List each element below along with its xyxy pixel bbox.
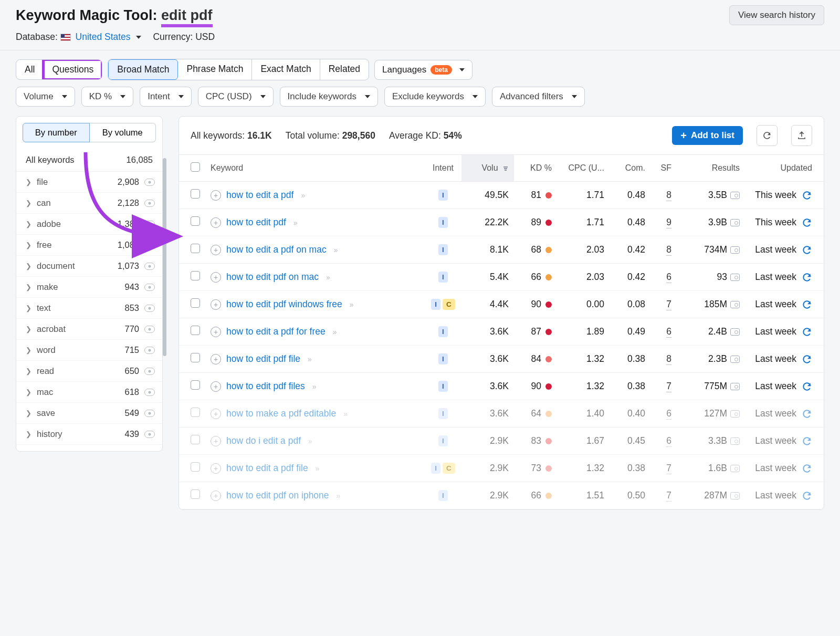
row-checkbox[interactable] — [191, 353, 200, 362]
eye-icon[interactable] — [144, 263, 155, 270]
open-icon[interactable]: » — [334, 246, 337, 254]
keyword-link[interactable]: how to edit a pdf on mac — [226, 244, 327, 255]
col-intent[interactable]: Intent — [425, 155, 461, 182]
sidebar-scrollbar[interactable] — [163, 158, 166, 441]
expand-icon[interactable]: + — [211, 299, 221, 310]
refresh-row-icon[interactable] — [802, 327, 812, 337]
open-icon[interactable]: » — [293, 218, 296, 227]
keyword-link[interactable]: how do i edit a pdf — [226, 435, 301, 446]
filter-intent[interactable]: Intent — [140, 87, 192, 107]
serp-icon[interactable] — [730, 437, 740, 445]
keyword-link[interactable]: how to edit pdf windows free — [226, 299, 342, 310]
refresh-row-icon[interactable] — [802, 381, 812, 392]
refresh-row-icon[interactable] — [802, 463, 812, 474]
serp-icon[interactable] — [730, 465, 740, 472]
expand-icon[interactable]: + — [211, 409, 221, 419]
row-checkbox[interactable] — [191, 408, 200, 417]
sf-cell[interactable]: 8 — [666, 244, 671, 256]
eye-icon[interactable] — [144, 221, 155, 228]
sf-cell[interactable]: 7 — [666, 490, 671, 502]
add-to-list-button[interactable]: + Add to list — [672, 126, 743, 145]
group-item-can[interactable]: ❯can2,128 — [16, 193, 162, 214]
sort-by-volume-button[interactable]: By volume — [90, 123, 156, 142]
row-checkbox[interactable] — [191, 298, 200, 308]
row-checkbox[interactable] — [191, 435, 200, 444]
filter-kd-[interactable]: KD % — [81, 87, 133, 107]
group-item-history[interactable]: ❯history439 — [16, 424, 162, 445]
serp-icon[interactable] — [730, 219, 740, 226]
sf-cell[interactable]: 6 — [666, 272, 671, 283]
open-icon[interactable]: » — [316, 464, 318, 473]
keyword-link[interactable]: how to make a pdf editable — [226, 408, 336, 419]
open-icon[interactable]: » — [312, 382, 315, 391]
keyword-link[interactable]: how to edit pdf on iphone — [226, 490, 329, 501]
keyword-link[interactable]: how to edit pdf file — [226, 353, 300, 364]
col-updated[interactable]: Updated — [745, 155, 824, 182]
sf-cell[interactable]: 6 — [666, 408, 671, 420]
expand-icon[interactable]: + — [211, 354, 221, 364]
sf-cell[interactable]: 6 — [666, 326, 671, 338]
refresh-row-icon[interactable] — [802, 299, 812, 310]
group-item-adobe[interactable]: ❯adobe1,386 — [16, 214, 162, 235]
refresh-row-icon[interactable] — [802, 436, 812, 446]
sf-cell[interactable]: 9 — [666, 217, 671, 228]
col-kd[interactable]: KD % — [514, 155, 557, 182]
group-item-free[interactable]: ❯free1,081 — [16, 235, 162, 256]
keyword-link[interactable]: how to edit pdf — [226, 217, 286, 228]
expand-icon[interactable]: + — [211, 272, 221, 283]
group-item-file[interactable]: ❯file2,908 — [16, 172, 162, 193]
keyword-link[interactable]: how to edit a pdf — [226, 190, 293, 201]
eye-icon[interactable] — [144, 431, 155, 438]
open-icon[interactable]: » — [301, 191, 303, 200]
eye-icon[interactable] — [144, 305, 155, 312]
open-icon[interactable]: » — [333, 328, 335, 336]
serp-icon[interactable] — [730, 356, 740, 363]
refresh-row-icon[interactable] — [802, 190, 812, 201]
refresh-row-icon[interactable] — [802, 491, 812, 501]
serp-icon[interactable] — [730, 246, 740, 254]
tab-broad-match[interactable]: Broad Match — [108, 59, 178, 80]
open-icon[interactable]: » — [308, 437, 311, 445]
serp-icon[interactable] — [730, 410, 740, 418]
sort-by-number-button[interactable]: By number — [23, 123, 90, 142]
keyword-link[interactable]: how to edit a pdf file — [226, 463, 308, 474]
eye-icon[interactable] — [144, 410, 155, 417]
eye-icon[interactable] — [144, 200, 155, 207]
row-checkbox[interactable] — [191, 244, 200, 253]
tab-exact-match[interactable]: Exact Match — [252, 59, 320, 80]
database-selector[interactable]: Database: United States — [16, 32, 141, 43]
col-cpc[interactable]: CPC (U... — [557, 155, 610, 182]
refresh-row-icon[interactable] — [802, 272, 812, 283]
tab-phrase-match[interactable]: Phrase Match — [178, 59, 252, 80]
expand-icon[interactable]: + — [211, 381, 221, 392]
eye-icon[interactable] — [144, 242, 155, 249]
expand-icon[interactable]: + — [211, 463, 221, 474]
serp-icon[interactable] — [730, 274, 740, 281]
open-icon[interactable]: » — [343, 410, 346, 418]
tab-related[interactable]: Related — [320, 59, 369, 80]
languages-dropdown[interactable]: Languages beta — [374, 60, 472, 80]
filter-include-keywords[interactable]: Include keywords — [280, 87, 378, 107]
expand-icon[interactable]: + — [211, 245, 221, 255]
filter-cpc-usd-[interactable]: CPC (USD) — [198, 87, 274, 107]
expand-icon[interactable]: + — [211, 327, 221, 337]
group-item-read[interactable]: ❯read650 — [16, 361, 162, 382]
group-item-make[interactable]: ❯make943 — [16, 277, 162, 298]
keyword-link[interactable]: how to edit pdf on mac — [226, 272, 319, 283]
row-checkbox[interactable] — [191, 462, 200, 472]
filter-advanced-filters[interactable]: Advanced filters — [492, 87, 585, 107]
row-checkbox[interactable] — [191, 216, 200, 226]
keyword-link[interactable]: how to edit pdf files — [226, 381, 305, 392]
eye-icon[interactable] — [144, 368, 155, 375]
row-checkbox[interactable] — [191, 326, 200, 335]
sf-cell[interactable]: 8 — [666, 190, 671, 201]
expand-icon[interactable]: + — [211, 217, 221, 228]
row-checkbox[interactable] — [191, 380, 200, 390]
col-keyword[interactable]: Keyword — [205, 155, 425, 182]
open-icon[interactable]: » — [326, 273, 329, 281]
database-value[interactable]: United States — [76, 32, 131, 42]
col-com[interactable]: Com. — [610, 155, 650, 182]
eye-icon[interactable] — [144, 179, 155, 186]
expand-icon[interactable]: + — [211, 190, 221, 201]
tab-all[interactable]: All — [16, 60, 44, 79]
